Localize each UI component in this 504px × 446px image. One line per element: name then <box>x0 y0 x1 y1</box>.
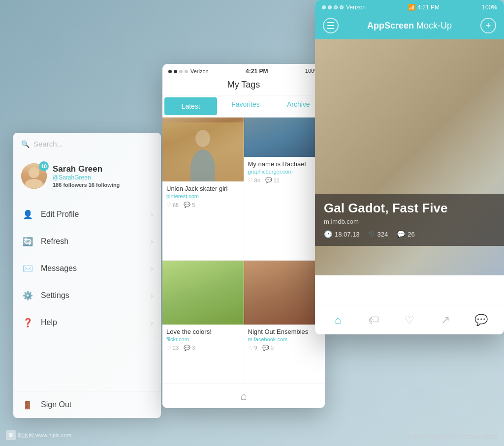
detail-battery: 100% <box>482 4 497 11</box>
tab-latest[interactable]: Latest <box>164 97 217 115</box>
app-suffix: Mock-Up <box>414 21 452 30</box>
nav-share-btn[interactable]: ↗ <box>436 310 455 330</box>
home-nav-icon[interactable]: ⌂ <box>240 390 247 403</box>
nipic-watermark: 昵 昵图网 www.nipic.com <box>6 430 71 440</box>
settings-label: Settings <box>41 291 151 300</box>
detail-header: AppScreen Mock-Up + <box>315 13 504 39</box>
detail-wifi-area: 📶 4:21 PM <box>408 4 440 11</box>
nav-home-icon: ⌂ <box>335 314 341 327</box>
tag-image-4 <box>244 261 325 325</box>
tag-image-1 <box>162 118 244 181</box>
add-button[interactable]: + <box>480 18 496 33</box>
tab-favorites[interactable]: Favorites <box>219 95 272 117</box>
tag-stats-1: ♡ 68 💬 5 <box>166 202 240 208</box>
hamburger-icon <box>327 22 334 29</box>
tag-likes-2: ♡ 84 <box>248 177 260 183</box>
tag-source-1: pinterest.com <box>166 193 240 199</box>
detail-signal <box>322 5 344 9</box>
screen-tags: Verizon 4:21 PM 100% My Tags Latest Favo… <box>162 64 325 408</box>
meta-date: 🕐 18.07.13 <box>324 230 360 238</box>
detail-status-bar: Verizon 📶 4:21 PM 100% <box>315 0 504 13</box>
sign-out-label: Sign Out <box>41 400 71 409</box>
sign-out-section[interactable]: 🚪 Sign Out <box>13 391 161 418</box>
detail-photo-source: m.imdb.com <box>324 218 495 225</box>
comment-icon: 💬 <box>397 230 405 238</box>
profile-stats: 186 followers 16 following <box>53 182 120 188</box>
tag-comments-4: 💬 0 <box>262 345 274 351</box>
nav-share-icon: ↗ <box>441 314 450 327</box>
sign-out-icon: 🚪 <box>21 398 34 411</box>
help-icon: ❓ <box>21 316 34 329</box>
avatar: 10 <box>21 163 47 189</box>
following-label: following <box>96 182 120 188</box>
tabs-row: Latest Favorites Archive <box>162 95 325 118</box>
profile-info: Sarah Green @SarahGreen 186 followers 16… <box>53 164 120 188</box>
menu-item-help[interactable]: ❓ Help › <box>13 309 161 336</box>
nav-tag-btn[interactable]: 🏷 <box>364 310 383 330</box>
tag-likes-1: ♡ 68 <box>166 202 179 208</box>
detail-meta: 🕐 18.07.13 ♡ 324 💬 26 <box>324 230 495 238</box>
nipic-text: 昵图网 www.nipic.com <box>18 432 71 439</box>
nav-chat-icon: 💬 <box>474 314 488 327</box>
chevron-right-icon-4: › <box>151 292 153 299</box>
nav-home-btn[interactable]: ⌂ <box>328 310 347 330</box>
signal-dot-3 <box>179 70 183 73</box>
face-silhouette-1 <box>162 118 244 181</box>
menu-item-edit-profile[interactable]: 👤 Edit Profile › <box>13 201 161 228</box>
followers-label: followers <box>63 182 88 188</box>
tag-comments-2: 💬 31 <box>265 177 280 183</box>
detail-overlay: Gal Gadot, Fast Five m.imdb.com 🕐 18.07.… <box>315 194 504 246</box>
profile-handle: @SarahGreen <box>53 174 120 181</box>
meta-comments: 💬 26 <box>397 230 414 238</box>
followers-count: 186 <box>53 182 62 188</box>
chevron-right-icon-2: › <box>151 238 153 245</box>
bottom-nav-tags: ⌂ <box>162 384 325 408</box>
meta-likes-value: 324 <box>378 231 388 238</box>
search-bar[interactable]: 🔍 Search... <box>13 133 161 155</box>
menu-button[interactable] <box>323 18 339 33</box>
dsb-dot-2 <box>328 5 332 9</box>
tag-comments-1: 💬 5 <box>184 202 195 208</box>
tag-card-1[interactable]: Union Jack skater girl pinterest.com ♡ 6… <box>162 118 244 260</box>
tag-image-2 <box>244 118 325 157</box>
carrier-area: Verizon <box>168 68 209 75</box>
app-name: AppScreen <box>367 21 414 30</box>
settings-icon: ⚙️ <box>21 289 34 302</box>
tag-card-2[interactable]: My name is Rachael graphicburger.com ♡ 8… <box>244 118 325 260</box>
tag-card-4[interactable]: Night Out Ensembles m.facebook.com ♡ 9 💬… <box>244 261 325 403</box>
signal-dot-4 <box>185 70 188 73</box>
tags-grid: Union Jack skater girl pinterest.com ♡ 6… <box>162 118 325 403</box>
carrier-label: Verizon <box>190 68 209 74</box>
tag-stats-3: ♡ 23 💬 3 <box>166 345 240 351</box>
dsb-dot-4 <box>340 5 344 9</box>
menu-item-messages[interactable]: ✉️ Messages › <box>13 255 161 282</box>
detail-photo: Gal Gadot, Fast Five m.imdb.com 🕐 18.07.… <box>315 39 504 275</box>
tag-image-3 <box>162 261 244 325</box>
dsb-dot-1 <box>322 5 326 9</box>
tag-info-3: Love the colors! flickr.com ♡ 23 💬 3 <box>162 325 244 355</box>
tag-title-2: My name is Rachael <box>248 160 321 168</box>
nav-chat-btn[interactable]: 💬 <box>472 310 491 330</box>
meta-date-value: 18.07.13 <box>335 231 360 238</box>
refresh-icon: 🔄 <box>21 235 34 248</box>
detail-carrier-area: Verizon <box>322 4 366 11</box>
meta-comments-value: 26 <box>408 231 414 238</box>
tag-info-1: Union Jack skater girl pinterest.com ♡ 6… <box>162 181 244 211</box>
menu-item-settings[interactable]: ⚙️ Settings › <box>13 282 161 309</box>
dsb-dot-3 <box>334 5 338 9</box>
screen-sidebar: 🔍 Search... 10 Sarah Green @SarahGreen 1… <box>13 133 161 418</box>
tags-title: My Tags <box>162 77 325 95</box>
nav-heart-btn[interactable]: ♡ <box>400 310 419 330</box>
chevron-right-icon: › <box>151 210 153 218</box>
chevron-right-icon-3: › <box>151 265 153 272</box>
tag-comments-3: 💬 3 <box>184 345 195 351</box>
edit-profile-label: Edit Profile <box>41 210 151 219</box>
menu-item-refresh[interactable]: 🔄 Refresh › <box>13 228 161 255</box>
tag-source-3: flickr.com <box>166 336 240 342</box>
signal-dot-1 <box>168 70 172 73</box>
nipic-logo: 昵 <box>6 430 16 440</box>
wifi-icon: 📶 <box>408 4 415 11</box>
screen-detail: Verizon 📶 4:21 PM 100% AppScreen Mock-Up… <box>315 0 504 334</box>
plus-icon: + <box>486 21 491 31</box>
tag-card-3[interactable]: Love the colors! flickr.com ♡ 23 💬 3 <box>162 261 244 403</box>
